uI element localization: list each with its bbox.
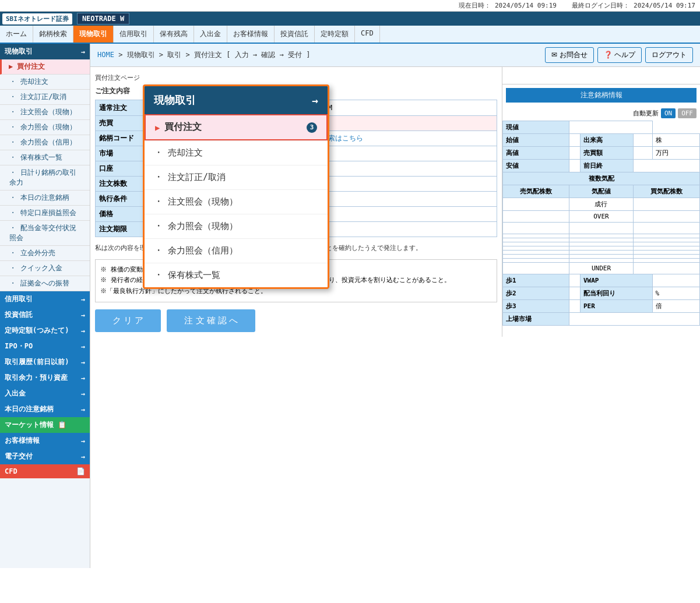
stock-hajime-label: 始値 (503, 134, 569, 147)
auto-update-label: 自動更新 (633, 109, 659, 118)
sidebar-item-tokutei[interactable]: ・ 特定口座損益照会 (0, 206, 90, 221)
stock-per-value: 倍 (652, 300, 699, 313)
dropdown-item-capacity-genbutsu[interactable]: ・ 余力照会（現物） (145, 214, 328, 238)
logout-button[interactable]: ログアウト (645, 47, 693, 63)
nav-teiki[interactable]: 定時定額 (315, 26, 355, 43)
dropdown-item-capacity-shinyou[interactable]: ・ 余力照会（信用） (145, 238, 328, 263)
stock-per-label: PER (580, 300, 652, 313)
sidebar-section-customer[interactable]: お客様情報 → (0, 433, 90, 449)
buyuu-col-sell: 売気配株数 (503, 185, 569, 198)
buyuu-price-over: OVER (569, 211, 633, 223)
nav-search[interactable]: 銘柄検索 (33, 26, 73, 43)
dropdown-item-inquiry-label: 注文照会（現物） (168, 196, 238, 207)
sidebar-toushi-label: 投資信託 (5, 310, 33, 320)
sidebar-cfd-label: CFD (5, 467, 17, 475)
breadcrumb: HOME > 現物取引 > 取引 > 買付注文 [ 入力 → 確認 → 受付 ] (97, 50, 310, 60)
sidebar-item-amend[interactable]: ・ 注文訂正/取消 (0, 90, 90, 105)
sidebar-section-nyushukkin[interactable]: 入出金 → (0, 386, 90, 401)
stock-dekidaka-label: 出来高 (580, 134, 633, 147)
dot-icon-capacity-genbutsu: ・ (154, 220, 163, 232)
stock-taka-label: 高値 (503, 147, 569, 160)
toggle-off-button[interactable]: OFF (678, 108, 697, 118)
sidebar-item-sell[interactable]: ・ 売却注文 (0, 75, 90, 90)
nav-deposit[interactable]: 入出金 (194, 26, 227, 43)
action-buttons-group: ✉ お問合せ ❓ ヘルプ ログアウト (545, 47, 693, 63)
sidebar-item-capacity-shinyou[interactable]: ・ 余力照会（信用） (0, 135, 90, 150)
sidebar-item-daybuy[interactable]: ・ 日計り銘柄の取引余力 (0, 165, 90, 191)
sidebar-chui-arrow: → (81, 405, 85, 414)
form-section: 買付注文ページ ↓ ご注文内容 通常注文 2 逆指値M (90, 67, 502, 337)
sidebar-item-holdings[interactable]: ・ 保有株式一覧 (0, 150, 90, 165)
sidebar-section-cfd[interactable]: CFD 📄 (0, 464, 90, 478)
sidebar-item-inquiry-genbutsu[interactable]: ・ 注文照会（現物） (0, 105, 90, 120)
form-meigarasearch-link[interactable]: 銘柄検索はこちら (303, 131, 497, 146)
toggle-on-button[interactable]: ON (661, 108, 676, 118)
sidebar-teiki-arrow: → (81, 327, 85, 335)
sidebar-section-chui-main[interactable]: 本日の注意銘柄 → (0, 401, 90, 417)
sidebar-item-capacity-genbutsu[interactable]: ・ 余力照会（現物） (0, 120, 90, 135)
nav-customer[interactable]: お客様情報 (227, 26, 275, 43)
sidebar-section-teiki[interactable]: 定時定額(つみたて) → (0, 323, 90, 338)
dropdown-item-sell[interactable]: ・ 売却注文 (145, 140, 328, 165)
nav-investment[interactable]: 投資信託 (275, 26, 315, 43)
dropdown-item-capacity-shinyou-label: 余力照会（信用） (168, 245, 238, 256)
neotrade-label: NEOTRADE W (82, 15, 124, 23)
datetime-value: 2024/05/14 09:19 (495, 2, 557, 9)
dropdown-item-inquiry[interactable]: ・ 注文照会（現物） (145, 189, 328, 214)
sidebar-item-buy[interactable]: ▶ 買付注文 (0, 59, 90, 75)
dropdown-arrow-icon: → (312, 94, 318, 107)
form-col-gyakusashimain: 逆指値M (303, 100, 497, 116)
stock-zenjitsu-value (634, 160, 700, 172)
active-triangle-icon: ▶ (155, 123, 160, 132)
dropdown-item-amend[interactable]: ・ 注文訂正/取消 (145, 165, 328, 189)
dropdown-header[interactable]: 現物取引 → (145, 86, 328, 114)
confirm-button[interactable]: 注 文 確 認 へ (167, 309, 255, 332)
stock-market-label: 上場市場 (503, 313, 569, 326)
sidebar: 現物取引 → ▶ 買付注文 ・ 売却注文 ・ 注文訂正/取消 ・ 注文照会（現物… (0, 44, 90, 568)
stock-info-table: 現値 始値 出来高 株 高値 売買額 (502, 121, 700, 326)
buyuu-buy-over (634, 211, 700, 223)
logo-main-text: SBIネオトレード証券 (6, 15, 69, 23)
breadcrumb-home[interactable]: HOME (97, 51, 114, 59)
sidebar-section-history[interactable]: 取引履歴(前日以前) → (0, 354, 90, 370)
body-layout: 現物取引 → ▶ 買付注文 ・ 売却注文 ・ 注文訂正/取消 ・ 注文照会（現物… (0, 44, 700, 568)
sidebar-section-ipo[interactable]: IPO・PO → (0, 338, 90, 354)
buyuu-sell-under (503, 263, 569, 274)
dropdown-item-holdings-label: 保有株式一覧 (168, 270, 220, 281)
help-button[interactable]: ❓ ヘルプ (597, 47, 642, 63)
sidebar-section-market[interactable]: マーケット情報 📋 (0, 417, 90, 433)
dot-icon-inquiry: ・ (154, 196, 163, 208)
sidebar-section-genbutsu[interactable]: 現物取引 → (0, 44, 90, 59)
sidebar-item-quick-deposit[interactable]: ・ クイック入金 (0, 261, 90, 276)
clear-button[interactable]: ク リ ア (95, 309, 161, 332)
sidebar-section-yoryoku[interactable]: 取引余力・預り資産 → (0, 370, 90, 386)
form-buttons: ク リ ア 注 文 確 認 へ (95, 309, 497, 332)
right-panel: 注意銘柄情報 自動更新 ON OFF 現値 始値 出来高 (502, 67, 700, 337)
buyuu-col-buy: 買気配株数 (634, 185, 700, 198)
sidebar-item-chui[interactable]: ・ 本日の注意銘柄 (0, 191, 90, 206)
sidebar-section-toushi[interactable]: 投資信託 → (0, 307, 90, 323)
stock-yasu-label: 安値 (503, 160, 569, 172)
dropdown-active-text: 買付注文 (164, 121, 202, 133)
stock-vwap-label: VWAP (580, 274, 652, 287)
breadcrumb-separator: > (118, 51, 126, 59)
nav-genbutsu[interactable]: 現物取引 (73, 26, 114, 43)
dropdown-active-item[interactable]: ▶ 買付注文 3 (145, 114, 328, 140)
nav-cfd[interactable]: CFD (355, 26, 380, 43)
dropdown-item-holdings[interactable]: ・ 保有株式一覧 (145, 263, 328, 287)
nav-home[interactable]: ホーム (0, 26, 33, 43)
sidebar-ipo-arrow: → (81, 343, 85, 351)
sidebar-item-transfer[interactable]: ・ 証拠金への振替 (0, 276, 90, 291)
nav-shinyou[interactable]: 信用取引 (114, 26, 154, 43)
contact-button[interactable]: ✉ お問合せ (545, 47, 593, 63)
stock-ayumi1-label: 歩1 (503, 274, 569, 287)
sidebar-section-denshi[interactable]: 電子交付 → (0, 449, 90, 464)
stock-ayumi2-value (569, 287, 580, 300)
nav-holdings[interactable]: 保有残高 (154, 26, 194, 43)
sidebar-nyushukkin-label: 入出金 (5, 389, 26, 399)
stock-hajime-value (569, 134, 580, 147)
sidebar-yoryoku-arrow: → (81, 374, 85, 382)
sidebar-item-dividend-status[interactable]: ・ 配当金等交付状況照会 (0, 221, 90, 246)
sidebar-item-tachiai[interactable]: ・ 立会外分売 (0, 246, 90, 261)
sidebar-section-shinyou[interactable]: 信用取引 → (0, 291, 90, 307)
